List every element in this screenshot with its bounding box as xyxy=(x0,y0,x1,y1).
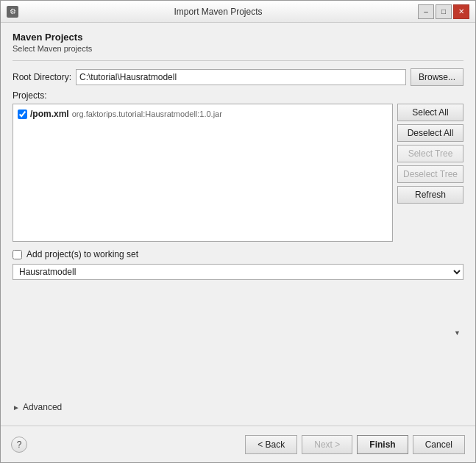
projects-label: Projects: xyxy=(13,90,463,101)
deselect-all-button[interactable]: Deselect All xyxy=(397,124,463,142)
projects-area: /pom.xml org.faktorips.tutorial:Hausratm… xyxy=(13,104,463,242)
minimize-button[interactable]: – xyxy=(418,4,434,19)
working-set-label: Add project(s) to working set xyxy=(26,249,138,259)
browse-button[interactable]: Browse... xyxy=(411,68,463,86)
side-buttons: Select All Deselect All Select Tree Dese… xyxy=(397,104,463,242)
working-set-dropdown[interactable]: Hausratmodell xyxy=(13,264,463,280)
project-meta: org.faktorips.tutorial:Hausratmodell:1.0… xyxy=(72,110,222,118)
advanced-arrow-icon: ► xyxy=(13,403,20,412)
working-set-checkbox[interactable] xyxy=(13,250,22,259)
working-set-dropdown-wrap: Hausratmodell xyxy=(13,264,463,402)
maximize-button[interactable]: □ xyxy=(436,4,452,19)
root-directory-row: Root Directory: Browse... xyxy=(13,68,463,86)
main-window: ⚙ Import Maven Projects – □ ✕ Maven Proj… xyxy=(0,0,476,463)
window-icon: ⚙ xyxy=(7,6,18,18)
projects-list[interactable]: /pom.xml org.faktorips.tutorial:Hausratm… xyxy=(13,104,393,242)
window-title: Import Maven Projects xyxy=(18,7,418,17)
cancel-button[interactable]: Cancel xyxy=(413,435,465,454)
root-directory-input[interactable] xyxy=(76,69,406,85)
root-directory-label: Root Directory: xyxy=(13,72,71,82)
separator xyxy=(13,60,463,61)
title-bar: ⚙ Import Maven Projects – □ ✕ xyxy=(1,1,475,23)
close-button[interactable]: ✕ xyxy=(453,4,469,19)
advanced-label: Advanced xyxy=(23,402,62,412)
section-subtitle: Select Maven projects xyxy=(13,44,463,53)
refresh-button[interactable]: Refresh xyxy=(397,186,463,204)
finish-button[interactable]: Finish xyxy=(357,435,408,454)
advanced-row[interactable]: ► Advanced xyxy=(13,402,463,412)
project-name: /pom.xml xyxy=(30,109,69,119)
select-all-button[interactable]: Select All xyxy=(397,104,463,121)
project-item: /pom.xml org.faktorips.tutorial:Hausratm… xyxy=(16,107,389,121)
title-controls: – □ ✕ xyxy=(418,4,469,19)
section-title: Maven Projects xyxy=(13,32,463,43)
project-checkbox[interactable] xyxy=(18,110,27,119)
deselect-tree-button[interactable]: Deselect Tree xyxy=(397,165,463,183)
footer: ? < Back Next > Finish Cancel xyxy=(1,426,475,462)
footer-right: < Back Next > Finish Cancel xyxy=(245,435,465,454)
working-set-row: Add project(s) to working set xyxy=(13,249,463,259)
select-tree-button[interactable]: Select Tree xyxy=(397,145,463,162)
footer-left: ? xyxy=(11,437,27,453)
help-button[interactable]: ? xyxy=(11,437,27,453)
next-button[interactable]: Next > xyxy=(302,435,352,454)
back-button[interactable]: < Back xyxy=(245,435,297,454)
content-area: Maven Projects Select Maven projects Roo… xyxy=(1,23,475,426)
